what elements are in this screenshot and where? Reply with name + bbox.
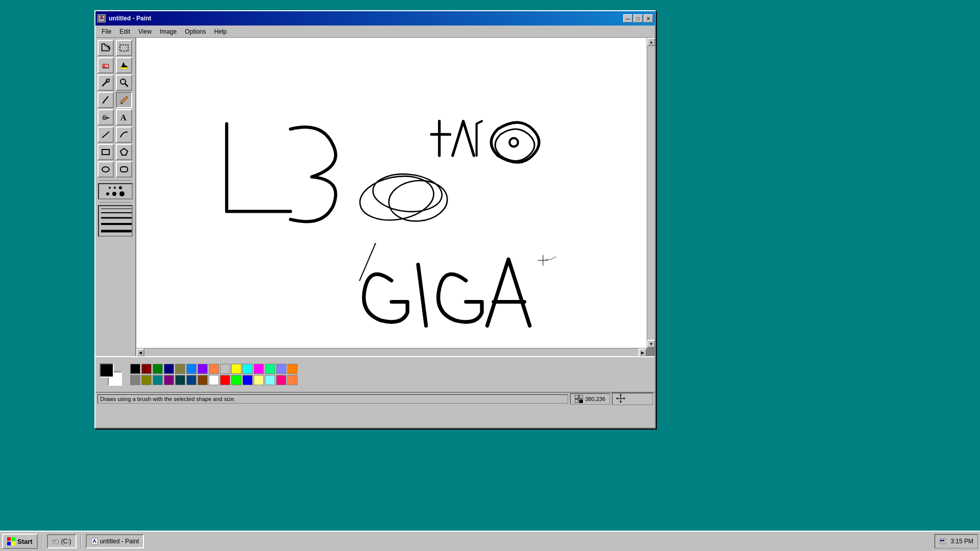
foreground-color[interactable] [100, 363, 114, 378]
brush-size-1[interactable] [109, 187, 111, 189]
brush-size-6[interactable] [119, 191, 125, 196]
brush-size-5[interactable] [112, 192, 116, 196]
brush-sizes [98, 183, 133, 199]
start-button[interactable]: Start [2, 534, 38, 549]
horizontal-scrollbar[interactable]: ◀ ▶ [136, 348, 647, 356]
taskbar-item-paint[interactable]: untitled - Paint [86, 534, 144, 548]
svg-point-20 [105, 115, 106, 116]
tool-rectangle[interactable] [97, 144, 114, 160]
scroll-left-button[interactable]: ◀ [136, 348, 144, 356]
svg-point-21 [106, 115, 107, 116]
tool-airbrush[interactable] [97, 109, 114, 126]
menu-help[interactable]: Help [210, 27, 231, 36]
svg-rect-58 [7, 542, 11, 545]
menu-view[interactable]: View [134, 27, 156, 36]
tool-ellipse[interactable] [97, 161, 114, 178]
svg-marker-26 [120, 148, 128, 155]
palette-color-20[interactable] [242, 364, 253, 374]
brush-size-3[interactable] [119, 186, 122, 189]
palette-color-8[interactable] [175, 364, 185, 374]
status-size [612, 393, 653, 405]
tool-pencil[interactable] [97, 92, 114, 108]
palette-color-1[interactable] [130, 375, 140, 385]
tool-grid: A [97, 40, 133, 178]
palette-color-21[interactable] [242, 375, 253, 385]
svg-rect-17 [103, 117, 107, 119]
palette-color-16[interactable] [220, 364, 230, 374]
palette-color-24[interactable] [265, 364, 275, 374]
palette-color-13[interactable] [198, 375, 208, 385]
palette-color-5[interactable] [153, 375, 163, 385]
svg-rect-49 [579, 399, 583, 403]
palette-color-23[interactable] [254, 375, 264, 385]
canvas-area[interactable] [136, 38, 647, 348]
size-icon [617, 394, 625, 403]
tool-polygon[interactable] [116, 144, 132, 160]
taskbar-divider [42, 534, 43, 548]
palette-color-12[interactable] [198, 364, 208, 374]
palette-color-7[interactable] [164, 375, 174, 385]
toolbox: A [95, 38, 136, 356]
svg-text:A: A [120, 113, 127, 122]
tool-eraser[interactable] [97, 57, 114, 73]
palette-color-4[interactable] [153, 364, 163, 374]
brush-size-4[interactable] [106, 192, 109, 195]
svg-line-15 [103, 96, 108, 103]
palette-color-14[interactable] [209, 364, 219, 374]
taskbar: Start (C:) untitled - Paint 3:15 PM [0, 531, 980, 551]
palette-color-26[interactable] [276, 364, 286, 374]
line-sizes [98, 205, 133, 237]
taskbar-time: 3:15 PM [950, 538, 973, 545]
palette-color-17[interactable] [220, 375, 230, 385]
color-section [95, 356, 655, 392]
palette-color-0[interactable] [130, 364, 140, 374]
tool-rounded-rect[interactable] [116, 161, 132, 178]
tool-line[interactable] [97, 127, 114, 143]
tool-fill[interactable] [116, 57, 132, 73]
taskbar-drive-label: (C:) [61, 538, 71, 545]
palette-color-11[interactable] [186, 375, 197, 385]
scroll-right-button[interactable]: ▶ [639, 348, 647, 356]
close-button[interactable]: ✕ [644, 14, 653, 22]
menu-options[interactable]: Options [181, 27, 210, 36]
minimize-button[interactable]: — [623, 14, 632, 22]
scroll-up-button[interactable]: ▲ [647, 38, 655, 46]
palette-color-27[interactable] [276, 375, 286, 385]
tool-divider [100, 180, 132, 181]
svg-marker-52 [617, 397, 619, 399]
taskbar-item-c-drive[interactable]: (C:) [47, 534, 77, 548]
tool-brush[interactable] [116, 92, 132, 108]
palette-color-2[interactable] [141, 364, 152, 374]
tool-text[interactable]: A [116, 109, 132, 126]
svg-line-12 [109, 79, 110, 80]
drawing-canvas[interactable] [136, 38, 647, 348]
scroll-down-button[interactable]: ▼ [647, 340, 655, 348]
palette-color-25[interactable] [265, 375, 275, 385]
tool-magnify[interactable] [116, 74, 132, 91]
status-bar: Draws using a brush with the selected sh… [95, 392, 655, 405]
menu-edit[interactable]: Edit [115, 27, 134, 36]
svg-line-14 [125, 84, 128, 86]
palette-color-10[interactable] [186, 364, 197, 374]
vertical-scrollbar[interactable]: ▲ ▼ [647, 38, 655, 348]
tool-rect-select[interactable] [116, 40, 132, 56]
tool-free-select[interactable] [97, 40, 114, 56]
palette-color-15[interactable] [209, 375, 219, 385]
palette-color-19[interactable] [231, 375, 241, 385]
palette-color-29[interactable] [287, 375, 298, 385]
maximize-button[interactable]: □ [633, 14, 643, 22]
menu-image[interactable]: Image [156, 27, 181, 36]
taskbar-paint-label: untitled - Paint [100, 538, 139, 545]
brush-size-2[interactable] [114, 187, 116, 189]
palette-color-18[interactable] [231, 364, 241, 374]
clock-icon [939, 538, 946, 545]
drive-icon [52, 538, 59, 545]
tool-curve[interactable] [116, 127, 132, 143]
palette-color-22[interactable] [254, 364, 264, 374]
palette-color-28[interactable] [287, 364, 298, 374]
tool-eyedropper[interactable] [97, 74, 114, 91]
palette-color-9[interactable] [175, 375, 185, 385]
palette-color-3[interactable] [141, 375, 152, 385]
palette-color-6[interactable] [164, 364, 174, 374]
menu-file[interactable]: File [97, 27, 115, 36]
